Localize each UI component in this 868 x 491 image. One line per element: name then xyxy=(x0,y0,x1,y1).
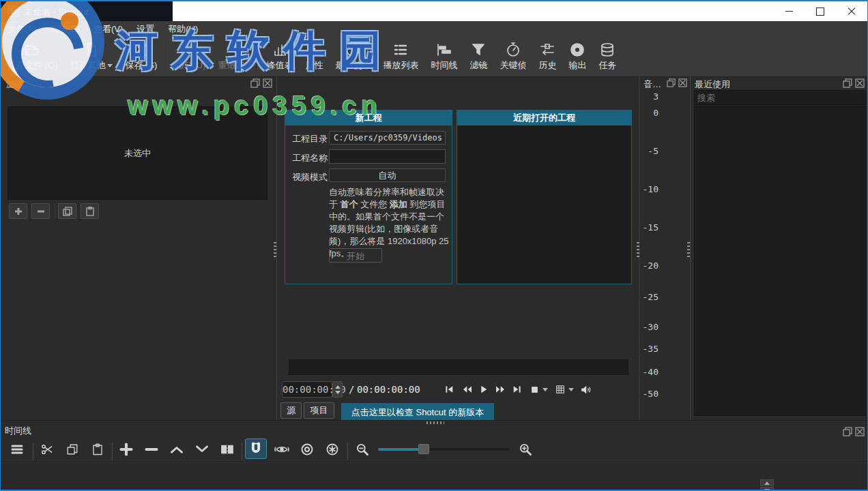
filters-panel-title: 滤镜 xyxy=(6,78,24,91)
play-button[interactable] xyxy=(476,382,491,397)
playlist-button[interactable]: 播放列表 xyxy=(377,39,424,74)
timeline-menu-button[interactable] xyxy=(6,439,28,460)
skip-end-button[interactable] xyxy=(510,382,525,397)
close-button[interactable] xyxy=(836,1,867,21)
start-button[interactable]: 开始 xyxy=(329,248,382,263)
cut-button[interactable] xyxy=(36,439,58,460)
tab-project[interactable]: 项目 xyxy=(304,402,334,419)
menu-help[interactable]: 帮助(H) xyxy=(161,21,205,38)
splitter-meter-right-handle[interactable] xyxy=(687,242,690,258)
keyframes-button[interactable]: 关键侦 xyxy=(493,39,532,74)
minus-icon xyxy=(145,443,158,456)
splitter-left-handle[interactable] xyxy=(274,242,276,258)
timecode-field[interactable]: 00:00:00:00 xyxy=(282,381,332,398)
timeline-scroll-down-button[interactable] xyxy=(760,487,774,491)
project-name-input[interactable] xyxy=(329,149,446,164)
split-button[interactable] xyxy=(216,439,238,460)
asterisk-circle-icon xyxy=(326,443,339,456)
scrub-while-dragging-button[interactable] xyxy=(271,439,293,460)
add-filter-button[interactable] xyxy=(9,203,27,219)
grid-menu-caret-icon[interactable] xyxy=(568,388,574,391)
overwrite-button[interactable] xyxy=(191,439,213,460)
copy-filters-button[interactable] xyxy=(58,203,76,219)
scissors-icon xyxy=(40,443,54,456)
undo-button[interactable]: ↶ 撤销(U) xyxy=(169,39,212,74)
copy-icon xyxy=(63,207,72,216)
open-folder-icon xyxy=(24,42,40,58)
recent-projects-panel: 近期打开的工程 xyxy=(457,110,632,284)
timecode-spinner[interactable] xyxy=(332,381,343,398)
stopwatch-icon xyxy=(505,42,521,58)
paste-button[interactable] xyxy=(87,439,108,460)
jobs-button[interactable]: 任务 xyxy=(592,39,622,74)
menu-view[interactable]: 查看(V) xyxy=(87,21,130,38)
video-mode-button[interactable]: 自动 xyxy=(329,168,446,182)
timeline-toolbar-separator xyxy=(347,443,347,460)
zoom-fit-button[interactable] xyxy=(527,382,541,397)
timeline-section: 时间线 xyxy=(1,420,867,491)
rewind-button[interactable] xyxy=(459,382,476,397)
ripple-delete-button[interactable] xyxy=(141,439,162,460)
timeline-button[interactable]: 时间线 xyxy=(424,39,463,74)
float-panel-icon[interactable] xyxy=(250,78,260,90)
project-dir-button[interactable]: C:/Users/pc0359/Videos xyxy=(329,131,446,145)
close-panel-icon[interactable] xyxy=(855,78,865,90)
fast-forward-button[interactable] xyxy=(492,382,508,397)
filmstrip-icon xyxy=(220,444,235,455)
copy-icon xyxy=(66,443,78,456)
menu-file[interactable]: 文件(F) xyxy=(1,21,44,38)
minimize-button[interactable] xyxy=(773,1,805,21)
eye-icon xyxy=(274,444,289,455)
rewind-icon xyxy=(461,384,474,395)
remove-filter-button[interactable] xyxy=(31,203,50,219)
filters-button[interactable]: 滤镜 xyxy=(463,39,493,74)
recent-projects-list[interactable] xyxy=(457,125,631,284)
open-other-button[interactable]: 打开其他 xyxy=(63,39,119,74)
redo-icon: ↷ xyxy=(227,42,239,58)
open-file-button[interactable]: 打开文件 (O) xyxy=(1,39,63,74)
peak-meter-button[interactable]: 峰值表 xyxy=(260,39,299,74)
lift-button[interactable] xyxy=(166,439,188,460)
spin-down-icon[interactable] xyxy=(335,391,341,394)
new-project-title: 新工程 xyxy=(285,110,452,125)
paste-filters-button[interactable] xyxy=(81,203,99,219)
history-button[interactable]: 历史 xyxy=(532,39,562,74)
ripple-all-tracks-button[interactable] xyxy=(321,439,343,460)
zoom-out-button[interactable] xyxy=(351,439,373,460)
save-button[interactable]: 保存 (S) xyxy=(119,39,163,74)
timeline-tracks-area[interactable] xyxy=(1,462,867,491)
timeline-scroll-up-button[interactable] xyxy=(760,479,774,486)
timeline-zoom-slider-fill xyxy=(378,448,420,451)
skip-start-button[interactable] xyxy=(442,382,457,397)
volume-button[interactable] xyxy=(578,382,593,397)
append-button[interactable] xyxy=(115,439,137,460)
snap-toggle-button[interactable] xyxy=(245,438,267,459)
skip-end-icon xyxy=(512,384,523,395)
zoom-in-button[interactable] xyxy=(515,439,536,460)
copy-button[interactable] xyxy=(61,439,83,460)
export-button[interactable]: 输出 xyxy=(562,39,592,74)
ripple-toggle-button[interactable] xyxy=(296,439,318,460)
spin-up-icon[interactable] xyxy=(335,385,341,389)
menu-edit[interactable]: 编辑(E) xyxy=(44,21,87,38)
maximize-button[interactable] xyxy=(805,1,836,21)
recent-button[interactable]: 最近使用 xyxy=(329,39,377,74)
tab-source[interactable]: 源 xyxy=(280,402,302,419)
properties-button[interactable]: i 属性 xyxy=(299,39,329,74)
close-panel-icon[interactable] xyxy=(678,78,687,89)
close-panel-icon[interactable] xyxy=(263,78,272,90)
menu-settings[interactable]: 设置 xyxy=(130,21,161,38)
recent-search-input[interactable] xyxy=(694,90,866,105)
zoom-menu-caret-icon[interactable] xyxy=(542,388,548,391)
redo-button[interactable]: ↷ 重做(R) xyxy=(212,39,254,74)
grid-button[interactable] xyxy=(553,382,567,397)
recent-files-list[interactable] xyxy=(694,106,866,416)
timeline-zoom-slider-handle[interactable] xyxy=(418,444,429,454)
float-panel-icon[interactable] xyxy=(667,78,676,89)
float-panel-icon[interactable] xyxy=(843,78,852,90)
update-notice-button[interactable]: 点击这里以检查 Shotcut 的新版本 xyxy=(341,403,494,420)
recent-projects-title: 近期打开的工程 xyxy=(457,110,631,125)
fast-forward-icon xyxy=(494,384,506,395)
filters-panel-header: 滤镜 xyxy=(1,76,275,91)
seek-bar[interactable] xyxy=(289,359,628,375)
